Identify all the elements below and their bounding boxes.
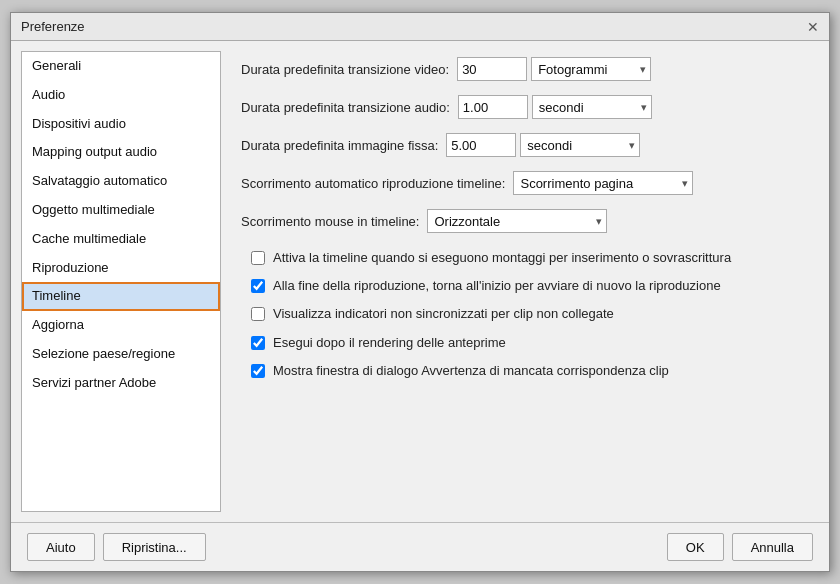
- sidebar-item-servizi-partner[interactable]: Servizi partner Adobe: [22, 369, 220, 398]
- still-image-unit-wrapper: secondi fotogrammi: [520, 133, 640, 157]
- video-transition-label: Durata predefinita transizione video:: [241, 62, 457, 77]
- checkbox-label-cb2: Alla fine della riproduzione, torna all'…: [273, 277, 721, 295]
- checkbox-row-cb3: Visualizza indicatori non sincronizzati …: [241, 305, 809, 323]
- checkbox-row-cb1: Attiva la timeline quando si eseguono mo…: [241, 249, 809, 267]
- main-content: Durata predefinita transizione video: Fo…: [221, 41, 829, 522]
- still-image-row: Durata predefinita immagine fissa: secon…: [241, 133, 809, 157]
- sidebar-item-generali[interactable]: Generali: [22, 52, 220, 81]
- audio-transition-row: Durata predefinita transizione audio: se…: [241, 95, 809, 119]
- preferences-dialog: Preferenze ✕ GeneraliAudioDispositivi au…: [10, 12, 830, 572]
- video-transition-value[interactable]: [457, 57, 527, 81]
- auto-scroll-label: Scorrimento automatico riproduzione time…: [241, 176, 513, 191]
- auto-scroll-select[interactable]: Scorrimento pagina Scorrimento smooth Ne…: [513, 171, 693, 195]
- auto-scroll-inputs: Scorrimento pagina Scorrimento smooth Ne…: [513, 171, 693, 195]
- cancel-button[interactable]: Annulla: [732, 533, 813, 561]
- mouse-scroll-wrapper: Orizzontale Verticale Zoom: [427, 209, 607, 233]
- checkbox-row-cb5: Mostra finestra di dialogo Avvertenza di…: [241, 362, 809, 380]
- sidebar-item-oggetto-multimediale[interactable]: Oggetto multimediale: [22, 196, 220, 225]
- dialog-footer: Aiuto Ripristina... OK Annulla: [11, 522, 829, 571]
- audio-transition-value[interactable]: [458, 95, 528, 119]
- dialog-body: GeneraliAudioDispositivi audioMapping ou…: [11, 41, 829, 522]
- sidebar-item-mapping-output-audio[interactable]: Mapping output audio: [22, 138, 220, 167]
- checkbox-label-cb4: Esegui dopo il rendering delle anteprime: [273, 334, 506, 352]
- audio-transition-unit-select[interactable]: secondi fotogrammi: [532, 95, 652, 119]
- video-transition-unit-select[interactable]: Fotogrammi Secondi: [531, 57, 651, 81]
- checkbox-label-cb5: Mostra finestra di dialogo Avvertenza di…: [273, 362, 669, 380]
- sidebar-item-riproduzione[interactable]: Riproduzione: [22, 254, 220, 283]
- checkbox-cb2[interactable]: [251, 279, 265, 293]
- auto-scroll-row: Scorrimento automatico riproduzione time…: [241, 171, 809, 195]
- footer-right: OK Annulla: [667, 533, 813, 561]
- still-image-inputs: secondi fotogrammi: [446, 133, 640, 157]
- help-button[interactable]: Aiuto: [27, 533, 95, 561]
- sidebar-item-salvataggio-automatico[interactable]: Salvataggio automatico: [22, 167, 220, 196]
- checkbox-cb5[interactable]: [251, 364, 265, 378]
- checkbox-label-cb3: Visualizza indicatori non sincronizzati …: [273, 305, 614, 323]
- checkbox-label-cb1: Attiva la timeline quando si eseguono mo…: [273, 249, 731, 267]
- mouse-scroll-select[interactable]: Orizzontale Verticale Zoom: [427, 209, 607, 233]
- checkbox-cb1[interactable]: [251, 251, 265, 265]
- auto-scroll-wrapper: Scorrimento pagina Scorrimento smooth Ne…: [513, 171, 693, 195]
- audio-transition-unit-wrapper: secondi fotogrammi: [532, 95, 652, 119]
- still-image-value[interactable]: [446, 133, 516, 157]
- mouse-scroll-label: Scorrimento mouse in timeline:: [241, 214, 427, 229]
- checkbox-row-cb2: Alla fine della riproduzione, torna all'…: [241, 277, 809, 295]
- sidebar-item-aggiorna[interactable]: Aggiorna: [22, 311, 220, 340]
- checkbox-row-cb4: Esegui dopo il rendering delle anteprime: [241, 334, 809, 352]
- sidebar-item-cache-multimediale[interactable]: Cache multimediale: [22, 225, 220, 254]
- footer-left: Aiuto Ripristina...: [27, 533, 206, 561]
- title-bar: Preferenze ✕: [11, 13, 829, 41]
- video-transition-unit-wrapper: Fotogrammi Secondi: [531, 57, 651, 81]
- video-transition-inputs: Fotogrammi Secondi: [457, 57, 651, 81]
- audio-transition-label: Durata predefinita transizione audio:: [241, 100, 458, 115]
- dialog-title: Preferenze: [21, 19, 85, 34]
- mouse-scroll-inputs: Orizzontale Verticale Zoom: [427, 209, 607, 233]
- sidebar-item-timeline[interactable]: Timeline: [22, 282, 220, 311]
- checkbox-cb4[interactable]: [251, 336, 265, 350]
- sidebar: GeneraliAudioDispositivi audioMapping ou…: [21, 51, 221, 512]
- ok-button[interactable]: OK: [667, 533, 724, 561]
- sidebar-item-audio[interactable]: Audio: [22, 81, 220, 110]
- sidebar-item-dispositivi-audio[interactable]: Dispositivi audio: [22, 110, 220, 139]
- checkboxes-section: Attiva la timeline quando si eseguono mo…: [241, 249, 809, 380]
- reset-button[interactable]: Ripristina...: [103, 533, 206, 561]
- close-button[interactable]: ✕: [807, 20, 819, 34]
- mouse-scroll-row: Scorrimento mouse in timeline: Orizzonta…: [241, 209, 809, 233]
- still-image-unit-select[interactable]: secondi fotogrammi: [520, 133, 640, 157]
- still-image-label: Durata predefinita immagine fissa:: [241, 138, 446, 153]
- audio-transition-inputs: secondi fotogrammi: [458, 95, 652, 119]
- checkbox-cb3[interactable]: [251, 307, 265, 321]
- sidebar-item-selezione-paese[interactable]: Selezione paese/regione: [22, 340, 220, 369]
- video-transition-row: Durata predefinita transizione video: Fo…: [241, 57, 809, 81]
